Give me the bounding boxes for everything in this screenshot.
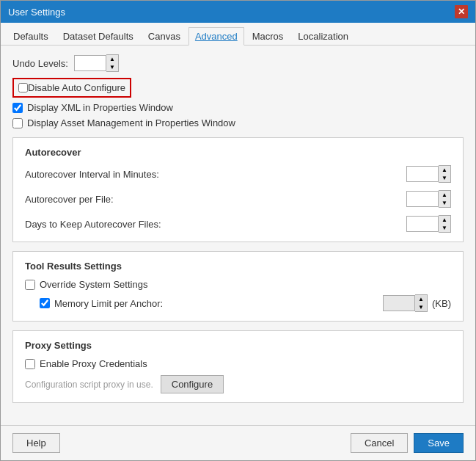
configure-button[interactable]: Configure <box>161 375 224 393</box>
undo-levels-row: Undo Levels: 25 ▲ ▼ <box>12 54 464 72</box>
disable-auto-configure-checkbox[interactable] <box>18 83 28 92</box>
override-system-label: Override System Settings <box>40 279 147 290</box>
tab-canvas[interactable]: Canvas <box>142 27 187 45</box>
display-asset-row: Display Asset Management in Properties W… <box>12 117 464 128</box>
proxy-note: Configuration script proxy in use. <box>25 380 153 390</box>
autorecover-per-file-row: Autorecover per File: 3 ▲ ▼ <box>25 190 451 208</box>
undo-levels-spinner: 25 ▲ ▼ <box>74 54 119 72</box>
autorecover-days-label: Days to Keep Autorecover Files: <box>25 219 406 230</box>
memory-limit-input[interactable]: 1024 <box>383 295 415 311</box>
autorecover-interval-row: Autorecover Interval in Minutes: 10 ▲ ▼ <box>25 165 451 183</box>
autorecover-interval-decrement[interactable]: ▼ <box>439 174 450 182</box>
autorecover-per-file-increment[interactable]: ▲ <box>439 191 450 199</box>
tab-bar: Defaults Dataset Defaults Canvas Advance… <box>1 23 475 46</box>
autorecover-title: Autorecover <box>25 147 451 158</box>
tab-defaults[interactable]: Defaults <box>7 27 55 45</box>
enable-proxy-label: Enable Proxy Credentials <box>40 358 147 369</box>
close-button[interactable]: ✕ <box>455 5 468 18</box>
memory-unit-label: (KB) <box>432 298 451 309</box>
autorecover-days-decrement[interactable]: ▼ <box>439 224 450 232</box>
display-xml-checkbox[interactable] <box>12 103 23 113</box>
undo-spinner-buttons: ▲ ▼ <box>106 54 119 72</box>
undo-levels-input[interactable]: 25 <box>74 55 106 71</box>
display-asset-checkbox[interactable] <box>12 118 23 128</box>
tab-macros[interactable]: Macros <box>246 27 290 45</box>
autorecover-per-file-label: Autorecover per File: <box>25 194 406 205</box>
tab-localization[interactable]: Localization <box>291 27 355 45</box>
memory-limit-decrement[interactable]: ▼ <box>415 303 427 311</box>
tab-advanced[interactable]: Advanced <box>188 27 244 46</box>
autorecover-per-file-spinner-buttons: ▲ ▼ <box>439 190 451 208</box>
memory-limit-spinner: 1024 ▲ ▼ <box>383 294 428 312</box>
disable-auto-configure-row: Disable Auto Configure <box>12 78 131 98</box>
autorecover-days-increment[interactable]: ▲ <box>439 216 450 224</box>
memory-limit-increment[interactable]: ▲ <box>415 295 427 303</box>
autorecover-interval-spinner-buttons: ▲ ▼ <box>439 165 451 183</box>
undo-decrement-button[interactable]: ▼ <box>106 63 118 71</box>
proxy-configure-row: Configuration script proxy in use. Confi… <box>25 375 451 393</box>
autorecover-per-file-decrement[interactable]: ▼ <box>439 199 450 207</box>
enable-proxy-row: Enable Proxy Credentials <box>25 358 451 369</box>
tool-results-section: Tool Results Settings Override System Se… <box>12 251 464 322</box>
autorecover-interval-increment[interactable]: ▲ <box>439 166 450 174</box>
memory-limit-checkbox[interactable] <box>40 298 50 308</box>
autorecover-interval-spinner: 10 ▲ ▼ <box>406 165 451 183</box>
tab-dataset-defaults[interactable]: Dataset Defaults <box>56 27 140 45</box>
autorecover-section: Autorecover Autorecover Interval in Minu… <box>12 137 464 242</box>
display-xml-row: Display XML in Properties Window <box>12 102 464 113</box>
autorecover-interval-label: Autorecover Interval in Minutes: <box>25 169 406 180</box>
disable-auto-configure-label: Disable Auto Configure <box>28 82 125 93</box>
autorecover-interval-input[interactable]: 10 <box>406 166 439 182</box>
enable-proxy-checkbox[interactable] <box>25 359 35 369</box>
undo-increment-button[interactable]: ▲ <box>106 55 118 63</box>
autorecover-days-row: Days to Keep Autorecover Files: 30 ▲ ▼ <box>25 215 451 233</box>
footer: Help Cancel Save <box>1 425 475 460</box>
undo-levels-label: Undo Levels: <box>12 58 68 69</box>
proxy-settings-section: Proxy Settings Enable Proxy Credentials … <box>12 330 464 403</box>
autorecover-per-file-spinner: 3 ▲ ▼ <box>406 190 451 208</box>
proxy-settings-title: Proxy Settings <box>25 340 451 351</box>
memory-limit-spinner-buttons: ▲ ▼ <box>415 294 428 312</box>
autorecover-days-input[interactable]: 30 <box>406 216 439 232</box>
display-asset-label: Display Asset Management in Properties W… <box>27 117 235 128</box>
help-button[interactable]: Help <box>12 433 60 453</box>
autorecover-days-spinner: 30 ▲ ▼ <box>406 215 451 233</box>
tool-results-title: Tool Results Settings <box>25 261 451 272</box>
window-title: User Settings <box>8 7 65 18</box>
user-settings-window: User Settings ✕ Defaults Dataset Default… <box>0 0 476 461</box>
cancel-button[interactable]: Cancel <box>351 433 408 453</box>
override-system-checkbox[interactable] <box>25 280 35 290</box>
memory-limit-row: Memory Limit per Anchor: 1024 ▲ ▼ (KB) <box>40 294 451 312</box>
memory-limit-label: Memory Limit per Anchor: <box>54 298 383 309</box>
footer-right: Cancel Save <box>351 433 464 453</box>
autorecover-per-file-input[interactable]: 3 <box>406 191 439 207</box>
save-button[interactable]: Save <box>414 433 464 453</box>
memory-limit-inner-row: Memory Limit per Anchor: 1024 ▲ ▼ (KB) <box>40 294 451 312</box>
title-bar: User Settings ✕ <box>1 1 475 23</box>
display-xml-label: Display XML in Properties Window <box>27 102 173 113</box>
override-system-row: Override System Settings <box>25 279 451 290</box>
content-area: Undo Levels: 25 ▲ ▼ Disable Auto Configu… <box>1 46 475 425</box>
autorecover-days-spinner-buttons: ▲ ▼ <box>439 215 451 233</box>
